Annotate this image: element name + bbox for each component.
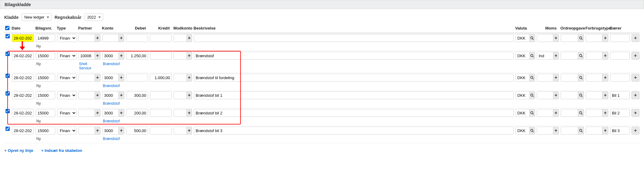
account-input[interactable]: [102, 127, 119, 135]
costtype-input[interactable]: [586, 52, 602, 60]
vat-add-button[interactable]: +: [553, 91, 559, 99]
partner-input[interactable]: [78, 52, 95, 60]
account-add-button[interactable]: +: [119, 91, 124, 99]
date-input[interactable]: [12, 127, 34, 135]
carrier-input[interactable]: [610, 74, 630, 82]
carrier-input[interactable]: [610, 91, 630, 99]
type-select[interactable]: Finans: [57, 52, 77, 60]
vat-add-button[interactable]: +: [553, 52, 559, 60]
row-checkbox[interactable]: [5, 52, 10, 56]
currency-search-button[interactable]: [530, 109, 535, 117]
partner-add-button[interactable]: +: [95, 127, 100, 135]
partner-add-button[interactable]: +: [95, 109, 100, 117]
voucher-input[interactable]: [36, 74, 55, 82]
vat-input[interactable]: [537, 74, 553, 82]
account-add-button[interactable]: +: [119, 74, 124, 82]
debit-input[interactable]: [126, 91, 148, 99]
currency-search-button[interactable]: [530, 91, 535, 99]
date-input[interactable]: [12, 52, 34, 60]
task-search-button[interactable]: [578, 34, 584, 42]
contra-input[interactable]: [174, 91, 187, 99]
partner-add-button[interactable]: +: [95, 52, 100, 60]
vat-input[interactable]: [537, 34, 553, 42]
task-input[interactable]: [561, 74, 578, 82]
task-search-button[interactable]: [578, 109, 584, 117]
type-select[interactable]: Finans: [57, 74, 77, 82]
vat-add-button[interactable]: +: [553, 74, 559, 82]
year-select[interactable]: 2022: [85, 13, 103, 21]
costtype-add-button[interactable]: +: [602, 74, 608, 82]
date-input[interactable]: [12, 109, 34, 117]
voucher-input[interactable]: [36, 52, 55, 60]
row-add-button[interactable]: +: [631, 109, 639, 117]
row-checkbox[interactable]: [5, 109, 10, 113]
partner-add-button[interactable]: +: [95, 34, 100, 42]
carrier-input[interactable]: [610, 34, 630, 42]
account-add-button[interactable]: +: [119, 127, 124, 135]
carrier-input[interactable]: [610, 109, 630, 117]
insert-template-link[interactable]: + Indsæt fra skabelon: [41, 148, 82, 153]
contra-add-button[interactable]: +: [187, 91, 192, 99]
vat-input[interactable]: [537, 127, 553, 135]
row-add-button[interactable]: +: [631, 74, 639, 82]
row-checkbox[interactable]: [5, 91, 10, 96]
vat-input[interactable]: [537, 91, 553, 99]
partner-input[interactable]: [78, 109, 95, 117]
credit-input[interactable]: [150, 74, 172, 82]
contra-input[interactable]: [174, 109, 187, 117]
account-add-button[interactable]: +: [119, 52, 124, 60]
task-search-button[interactable]: [578, 127, 584, 135]
credit-input[interactable]: [150, 127, 172, 135]
contra-input[interactable]: [174, 127, 187, 135]
account-input[interactable]: [102, 109, 119, 117]
debit-input[interactable]: [126, 34, 148, 42]
debit-input[interactable]: [126, 109, 148, 117]
select-all-checkbox[interactable]: [5, 26, 9, 30]
description-input[interactable]: [194, 74, 514, 82]
contra-add-button[interactable]: +: [187, 74, 192, 82]
costtype-input[interactable]: [586, 127, 602, 135]
description-input[interactable]: [194, 127, 514, 135]
ledger-select[interactable]: New ledger: [22, 13, 52, 21]
task-search-button[interactable]: [578, 74, 584, 82]
partner-add-button[interactable]: +: [95, 74, 100, 82]
description-input[interactable]: [194, 34, 514, 42]
debit-input[interactable]: [126, 127, 148, 135]
row-add-button[interactable]: +: [631, 52, 639, 60]
credit-input[interactable]: [150, 52, 172, 60]
carrier-input[interactable]: [610, 127, 630, 135]
costtype-add-button[interactable]: +: [602, 52, 608, 60]
costtype-add-button[interactable]: +: [602, 109, 608, 117]
account-input[interactable]: [102, 91, 119, 99]
row-add-button[interactable]: +: [631, 127, 639, 135]
costtype-add-button[interactable]: +: [602, 91, 608, 99]
voucher-input[interactable]: [36, 34, 55, 42]
row-checkbox[interactable]: [5, 34, 10, 38]
vat-add-button[interactable]: +: [553, 109, 559, 117]
type-select[interactable]: Finans: [57, 34, 77, 42]
voucher-input[interactable]: [36, 109, 55, 117]
task-input[interactable]: [561, 34, 578, 42]
costtype-input[interactable]: [586, 109, 602, 117]
type-select[interactable]: Finans: [57, 91, 77, 99]
costtype-add-button[interactable]: +: [602, 127, 608, 135]
vat-input[interactable]: [537, 109, 553, 117]
currency-input[interactable]: [516, 34, 530, 42]
credit-input[interactable]: [150, 34, 172, 42]
credit-input[interactable]: [150, 91, 172, 99]
row-checkbox[interactable]: [5, 74, 10, 78]
contra-input[interactable]: [174, 52, 187, 60]
vat-add-button[interactable]: +: [553, 127, 559, 135]
description-input[interactable]: [194, 52, 514, 60]
create-line-link[interactable]: + Opret ny linje: [4, 148, 33, 153]
type-select[interactable]: Finans: [57, 127, 77, 135]
partner-input[interactable]: [78, 34, 95, 42]
task-search-button[interactable]: [578, 52, 584, 60]
task-input[interactable]: [561, 109, 578, 117]
account-add-button[interactable]: +: [119, 109, 124, 117]
currency-input[interactable]: [516, 52, 530, 60]
voucher-input[interactable]: [36, 127, 55, 135]
currency-input[interactable]: [516, 91, 530, 99]
date-input[interactable]: [12, 91, 34, 99]
currency-input[interactable]: [516, 109, 530, 117]
